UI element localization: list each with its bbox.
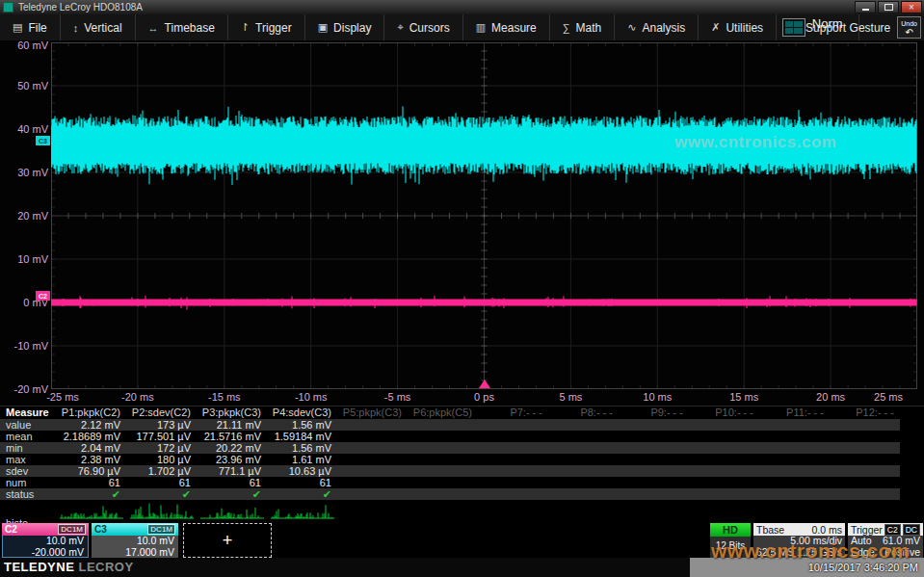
timebase-icon: ↔ — [148, 22, 159, 34]
measure-col-header-p1[interactable]: P1:pkpk(C2) — [56, 407, 126, 418]
menu-utilities[interactable]: ✗Utilities — [699, 14, 777, 40]
x-axis-tick-label: 5 ms — [537, 391, 604, 403]
tbase-delay: 0.0 ms — [811, 524, 842, 536]
menu-math-label: Math — [576, 21, 602, 35]
status-check-icon: ✔ — [56, 488, 126, 500]
menu-display[interactable]: ▣Display — [305, 14, 385, 40]
trigger-time-marker[interactable] — [479, 380, 490, 388]
measure-value: 61 — [267, 477, 337, 488]
hd-badge: HD — [710, 523, 751, 537]
graticule — [51, 42, 917, 389]
measure-value — [830, 488, 900, 500]
file-icon: ▤ — [13, 21, 22, 34]
measure-row-value: value2.12 mV173 µV21.11 mV1.56 mV — [0, 419, 900, 431]
menu-utilities-label: Utilities — [726, 21, 763, 35]
measure-col-header-p5[interactable]: P5:pkpk(C3) — [337, 407, 408, 418]
measure-value — [408, 454, 478, 465]
measure-value: 21.11 mV — [197, 419, 267, 431]
measure-col-header-p2[interactable]: P2:sdev(C2) — [126, 407, 197, 418]
measure-row-num: num61616161 — [0, 477, 900, 488]
measure-value — [548, 431, 619, 442]
measure-icon: ▥ — [476, 21, 486, 34]
measure-row-sdev: sdev76.90 µV1.702 µV771.1 µV10.63 µV — [0, 465, 900, 477]
measure-row-histo: histo — [0, 500, 900, 524]
window-title: Teledyne LeCroy HDO8108A — [18, 3, 143, 13]
timestamp: 10/15/2017 3:46:20 PM — [808, 562, 918, 573]
measure-row-label: sdev — [0, 465, 56, 477]
measure-value: 1.59184 mV — [267, 431, 337, 442]
measure-value: 771.1 µV — [197, 465, 267, 477]
measure-col-header-p8[interactable]: P8:- - - — [548, 407, 619, 418]
histogram-sparkline — [478, 501, 548, 524]
undo-icon: ↶ — [901, 28, 917, 37]
channel-c2-descriptor[interactable]: C2 DC1M 10.0 mV -20.000 mV — [2, 523, 89, 558]
measure-col-header-p10[interactable]: P10:- - - — [689, 407, 759, 418]
measure-value — [689, 431, 759, 442]
measure-value — [759, 431, 830, 442]
measure-value — [689, 477, 759, 488]
measure-row-label: value — [0, 419, 56, 431]
measure-value: 172 µV — [126, 442, 197, 454]
menu-math[interactable]: ∑Math — [550, 14, 616, 40]
measure-value — [408, 488, 478, 500]
gesture-label[interactable]: Gesture — [850, 21, 891, 35]
measure-value — [478, 477, 548, 488]
measure-col-header-p11[interactable]: P11:- - - — [759, 407, 830, 418]
measure-value — [619, 419, 689, 431]
channel-c3-descriptor[interactable]: C3 DC1M 10.0 mV 17.000 mV — [92, 523, 178, 558]
menu-right-controls: Norm Gesture Undo ↶ — [782, 14, 921, 40]
restore-icon — [884, 4, 893, 11]
measure-value — [759, 477, 830, 488]
measure-col-header-p9[interactable]: P9:- - - — [619, 407, 689, 418]
measure-value: 20.22 mV — [197, 442, 267, 454]
measure-value: 1.56 mV — [267, 419, 337, 431]
tbase-label: Tbase — [756, 524, 784, 536]
measure-value — [548, 477, 619, 488]
measure-value — [619, 454, 689, 465]
measure-value — [759, 442, 830, 454]
measure-value: 2.18689 mV — [56, 431, 126, 442]
measure-col-header-p4[interactable]: P4:sdev(C3) — [267, 407, 337, 418]
measure-value: 10.63 µV — [267, 465, 337, 477]
menu-timebase[interactable]: ↔Timebase — [136, 14, 228, 40]
measure-col-header-p3[interactable]: P3:pkpk(C3) — [197, 407, 267, 418]
x-axis-tick-label: 10 ms — [623, 391, 691, 403]
menu-trigger[interactable]: ↾Trigger — [228, 14, 305, 40]
waveform-display[interactable]: 60 mV50 mV40 mV30 mV20 mV10 mV0 mV-10 mV… — [0, 40, 924, 406]
analysis-icon: ∿ — [627, 21, 636, 34]
measure-value — [548, 442, 619, 454]
undo-button[interactable]: Undo ↶ — [897, 16, 921, 39]
trigger-label: Trigger — [851, 524, 883, 536]
menu-measure[interactable]: ▥Measure — [463, 14, 550, 40]
norm-label[interactable]: Norm — [812, 16, 843, 31]
menu-cursors[interactable]: ⌖Cursors — [384, 14, 462, 40]
grid-display-button[interactable] — [782, 18, 805, 37]
titlebar: Teledyne LeCroy HDO8108A × — [0, 0, 924, 14]
measure-value: 61 — [126, 477, 197, 488]
menu-file[interactable]: ▤File — [0, 14, 61, 40]
measure-value — [619, 477, 689, 488]
c2-offset-marker[interactable]: C2 — [36, 291, 50, 301]
measure-value: 21.5716 mV — [197, 431, 267, 442]
menu-analysis[interactable]: ∿Analysis — [615, 14, 699, 40]
measure-row-label: max — [0, 454, 56, 465]
measure-value — [759, 454, 830, 465]
measure-value — [408, 477, 478, 488]
measure-col-header-p6[interactable]: P6:pkpk(C5) — [408, 407, 478, 418]
measure-row-mean: mean2.18689 mV177.501 µV21.5716 mV1.5918… — [0, 431, 900, 442]
histogram-sparkline — [267, 501, 337, 524]
trigger-coupling-badge: DC — [903, 524, 920, 536]
add-trace-button[interactable]: + — [183, 523, 272, 558]
menu-analysis-label: Analysis — [642, 21, 685, 35]
menu-vertical[interactable]: ↕Vertical — [61, 14, 136, 40]
minimize-button[interactable] — [855, 1, 876, 13]
measure-row-label: mean — [0, 431, 56, 442]
c3-offset-marker[interactable]: C3 — [36, 136, 50, 145]
measure-col-header-p7[interactable]: P7:- - - — [478, 407, 548, 418]
measure-col-header-p12[interactable]: P12:- - - — [830, 407, 900, 418]
measure-value — [337, 431, 408, 442]
maximize-button[interactable] — [878, 1, 899, 13]
window-controls: × — [855, 1, 922, 13]
close-button[interactable]: × — [901, 1, 922, 13]
measure-value — [337, 477, 408, 488]
